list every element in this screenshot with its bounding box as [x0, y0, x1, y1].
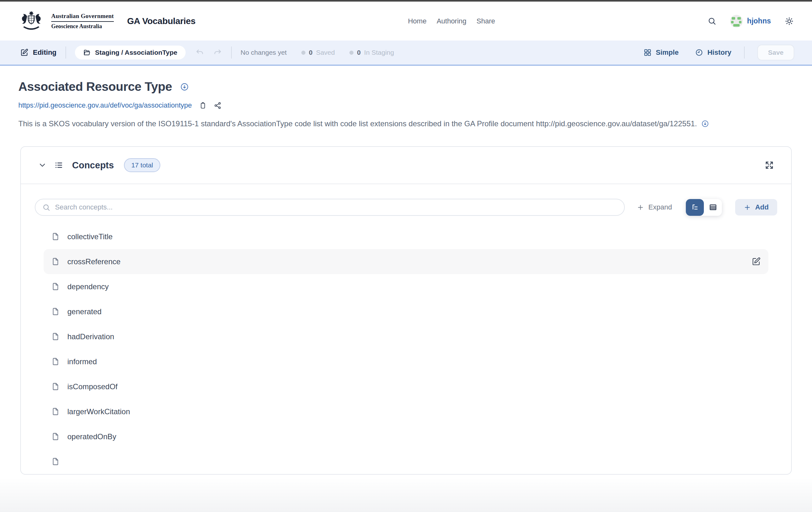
file-icon — [51, 282, 60, 291]
download-title-icon[interactable] — [180, 83, 189, 91]
collapse-chevron-icon[interactable] — [38, 161, 47, 170]
grid-icon — [643, 48, 652, 57]
concepts-panel: Concepts 17 total — [20, 146, 792, 475]
mode-label: Editing — [33, 48, 57, 57]
download-description-icon[interactable] — [701, 120, 709, 128]
concepts-count-badge: 17 total — [124, 158, 160, 172]
nav-link[interactable]: Share — [476, 17, 495, 25]
avatar — [730, 15, 743, 28]
file-icon — [51, 407, 60, 416]
saved-count: 0 — [309, 49, 313, 56]
table-view-icon — [708, 203, 718, 212]
undo-icon[interactable] — [195, 48, 205, 57]
navbar: Australian Government Geoscience Austral… — [0, 2, 812, 41]
staging-label: In Staging — [364, 49, 394, 56]
coat-of-arms-icon — [19, 8, 44, 34]
folder-icon — [83, 49, 91, 56]
concepts-panel-header: Concepts 17 total — [21, 147, 791, 184]
concept-label: isComposedOf — [67, 382, 118, 391]
add-label: Add — [755, 203, 769, 211]
logo-rule — [51, 21, 114, 22]
concept-label: informed — [67, 357, 97, 366]
logo-line1: Australian Government — [51, 13, 114, 20]
add-concept-button[interactable]: Add — [735, 199, 777, 215]
logo-line2: Geoscience Australia — [51, 23, 114, 30]
vocabulary-description: This is a SKOS vocabulary version of the… — [18, 115, 774, 132]
concept-row[interactable]: informed — [44, 349, 768, 374]
concept-list: collectiveTitle — [35, 224, 777, 474]
concept-row[interactable]: operatedOnBy — [44, 424, 768, 449]
user-menu[interactable]: hjohns — [730, 15, 771, 28]
page-title: Associated Resource Type — [18, 80, 172, 94]
expand-all-button[interactable]: Expand — [637, 203, 672, 211]
plus-icon — [744, 204, 751, 211]
breadcrumb-label: Staging / AssociationType — [95, 49, 177, 56]
fullscreen-icon[interactable] — [764, 160, 774, 170]
tree-view-icon — [691, 203, 699, 212]
concept-row[interactable]: generated — [44, 299, 768, 324]
divider — [65, 47, 66, 58]
nav-link[interactable]: Authoring — [437, 17, 466, 25]
history-label: History — [707, 48, 731, 57]
divider — [744, 47, 745, 58]
file-icon — [51, 232, 60, 241]
saved-label: Saved — [316, 49, 335, 56]
save-button[interactable]: Save — [757, 45, 794, 60]
file-icon — [51, 307, 60, 316]
editing-toolbar: Editing Staging / AssociationType No cha… — [0, 41, 812, 66]
staging-dot-icon — [349, 51, 353, 55]
search-concepts-input[interactable] — [55, 203, 617, 211]
simple-view-button[interactable]: Simple — [643, 48, 678, 57]
file-icon — [51, 332, 60, 341]
changes-status: No changes yet — [241, 49, 287, 56]
redo-icon[interactable] — [213, 48, 222, 57]
concept-row[interactable]: hadDerivation — [44, 324, 768, 349]
concept-row-partial[interactable] — [44, 449, 768, 474]
mode-indicator: Editing — [20, 48, 57, 57]
table-view-button[interactable] — [704, 199, 722, 216]
search-box — [35, 199, 625, 216]
scroll-fade — [0, 477, 812, 512]
staging-count: 0 — [357, 49, 361, 56]
breadcrumb[interactable]: Staging / AssociationType — [75, 46, 185, 59]
concepts-panel-body: Expand — [21, 184, 791, 474]
search-icon — [42, 204, 50, 211]
concept-row[interactable]: isComposedOf — [44, 374, 768, 399]
concept-row[interactable]: crossReference — [44, 249, 768, 274]
nav-link[interactable]: Home — [408, 17, 427, 25]
file-icon — [51, 257, 60, 266]
vocabulary-iri-link[interactable]: https://pid.geoscience.gov.au/def/voc/ga… — [18, 101, 192, 109]
share-icon[interactable] — [214, 102, 222, 109]
app-title: GA Vocabularies — [127, 16, 195, 26]
main-nav: HomeAuthoringShare — [408, 17, 495, 25]
username: hjohns — [747, 17, 771, 25]
clock-icon — [695, 48, 703, 57]
view-toggle — [686, 199, 722, 216]
theme-toggle-sun-icon[interactable] — [785, 17, 794, 26]
history-button[interactable]: History — [695, 48, 731, 57]
copy-iri-icon[interactable] — [199, 102, 207, 109]
search-icon[interactable] — [708, 17, 716, 25]
expand-label: Expand — [648, 203, 672, 211]
list-icon — [54, 161, 63, 170]
concept-label: collectiveTitle — [67, 232, 113, 241]
saved-counter: 0 Saved — [301, 49, 335, 56]
tree-view-button[interactable] — [686, 199, 704, 216]
concepts-title: Concepts — [72, 160, 114, 170]
concept-row[interactable]: collectiveTitle — [44, 224, 768, 249]
geoscience-australia-logo[interactable]: Australian Government Geoscience Austral… — [19, 8, 114, 34]
concept-row[interactable]: largerWorkCitation — [44, 399, 768, 424]
concept-label: crossReference — [67, 257, 120, 266]
concept-row[interactable]: dependency — [44, 274, 768, 299]
file-icon — [51, 457, 60, 466]
concepts-toolbar: Expand — [35, 199, 777, 216]
main-content: Associated Resource Type https://pid.geo… — [0, 80, 812, 475]
concept-label: generated — [67, 307, 102, 316]
file-icon — [51, 382, 60, 391]
file-icon — [51, 432, 60, 441]
toolbar-right: Simple History Save — [627, 45, 794, 60]
undo-redo-group — [195, 48, 222, 57]
saved-dot-icon — [301, 51, 306, 55]
concept-label: operatedOnBy — [67, 432, 116, 441]
edit-concept-icon[interactable] — [752, 257, 761, 266]
